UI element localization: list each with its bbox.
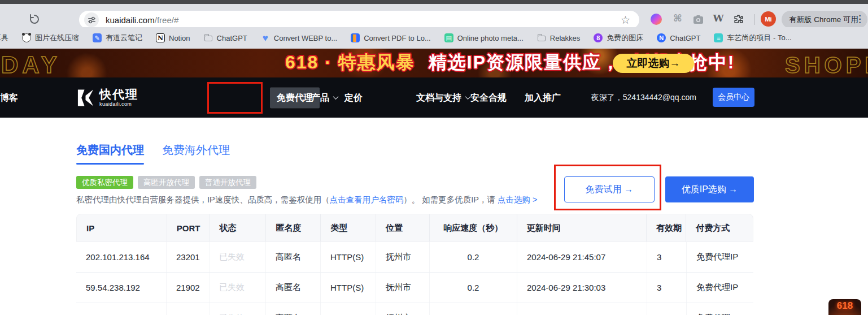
promo-banner[interactable]: DAY 618 · 特惠风暴 精选IP资源限量供应， 4折 起疯抢中! 立即选购… [0, 49, 868, 77]
wikipedia-extension-icon[interactable]: W [713, 12, 724, 24]
bookmark-item[interactable]: N ChatGPT [657, 33, 700, 42]
text-link[interactable]: 点击选购 > [498, 195, 538, 204]
bookmark-item[interactable]: 工具 [0, 33, 8, 43]
nav-menu-item[interactable]: 文档与支持 [416, 92, 470, 103]
table-cell: 59.54.238.192 [76, 273, 167, 303]
table-cell: 23201 [167, 242, 210, 272]
screenshot-extension-icon[interactable] [692, 14, 704, 25]
site-navbar: 快代理 kuaidaili.com 免费代理产品定价文档与支持安全合规加入推广博… [0, 77, 868, 118]
image-host-icon: 8 [594, 33, 603, 42]
table-cell: 3 [647, 303, 687, 315]
folder-icon [204, 33, 213, 42]
folder-icon [537, 33, 546, 42]
table-cell: 已失效 [210, 303, 266, 315]
bookmark-item[interactable]: 图片在线压缩 [22, 33, 79, 43]
table-cell: 0.3 [430, 303, 517, 315]
bookmark-item[interactable]: 8 免费的图床 [594, 33, 643, 43]
bookmark-item[interactable]: Relakkes [537, 33, 580, 42]
bookmark-item[interactable]: ≡ 车艺尚的项目 - To... [714, 33, 791, 43]
table-cell: 免费代理IP [687, 242, 753, 272]
profile-avatar[interactable]: Mi [761, 11, 776, 27]
table-cell: 202.101.213.164 [76, 242, 167, 272]
floating-badge-label: 618 [837, 300, 853, 315]
nav-menu-item[interactable]: 产品 [311, 92, 338, 103]
url-text: kuaidaili.com/free/# [106, 15, 178, 25]
extensions-puzzle-icon[interactable] [732, 14, 744, 25]
table-cell: 抚州市 [376, 242, 430, 272]
ai-extension-icon[interactable] [651, 14, 662, 25]
panda-icon [22, 33, 31, 42]
free-trial-button[interactable]: 免费试用 → [564, 176, 655, 202]
description-text: 私密代理由快代理自营服务器提供，IP速度快、品质高，需鉴权使用（ [76, 195, 330, 204]
bookmark-label: Convert PDF to Lo... [364, 34, 431, 42]
url-bar[interactable]: kuaidaili.com/free/# ☆ [79, 11, 639, 29]
bookmark-item[interactable]: ▋ Convert PDF to Lo... [351, 33, 431, 42]
chatgpt-icon: N [657, 33, 666, 42]
table-body: 202.101.213.16423201已失效高匿名HTTP(S)抚州市0.22… [76, 242, 753, 315]
kuaidaili-logo-icon [76, 88, 95, 108]
table-row: 59.54.238.19221902已失效高匿名HTTP(S)抚州市0.2202… [76, 273, 753, 303]
bookmark-label: 车艺尚的项目 - To... [727, 33, 791, 43]
table-cell: 已失效 [210, 273, 266, 303]
column-header: IP [77, 214, 167, 241]
main-content: 免费国内代理免费海外代理 优质私密代理高匿开放代理普通开放代理 私密代理由快代理… [0, 118, 868, 315]
proxy-type-badge[interactable]: 优质私密代理 [76, 176, 133, 189]
column-header: 类型 [321, 214, 376, 241]
bookmark-label: 工具 [0, 33, 8, 43]
table-cell: 抚州市 [376, 303, 430, 315]
banner-cta-button[interactable]: 立即选购→ [613, 54, 694, 73]
banner-headline-white: 精选IP资源限量供应， [429, 50, 621, 75]
table-cell: 3 [647, 242, 687, 272]
table-cell: 2024-06-29 21:30:03 [517, 273, 647, 303]
nav-menu-item[interactable]: 定价 [344, 92, 363, 103]
bookmark-item[interactable]: ♥ Convert WEBP to... [261, 33, 337, 42]
banner-left-outline-text: DAY [1, 51, 61, 77]
site-settings-icon[interactable] [84, 12, 99, 27]
command-extension-icon[interactable]: ⌘ [672, 12, 683, 24]
bookmark-item[interactable]: ✎ 有道云笔记 [93, 33, 142, 43]
floating-618-badge[interactable]: 618 [828, 299, 861, 315]
column-header: 有效期 [647, 214, 686, 241]
bookmark-item[interactable]: ChatGPT [204, 33, 247, 42]
table-cell: 0.2 [430, 273, 517, 303]
table-cell: 115.223.31.120 [76, 303, 167, 315]
table-cell: HTTP(S) [321, 273, 376, 303]
bookmarks-bar: 工具 图片在线压缩 ✎ 有道云笔记 N Notion ChatGPT ♥ Con… [0, 27, 868, 49]
menu-dots-icon[interactable]: ⋮ [855, 13, 865, 25]
project-icon: ≡ [714, 33, 723, 42]
member-center-button[interactable]: 会员中心 [713, 88, 754, 107]
logo-title: 快代理 [99, 88, 138, 100]
bookmark-star-icon[interactable]: ☆ [621, 14, 630, 27]
proxy-type-badges: 优质私密代理高匿开放代理普通开放代理 [76, 176, 256, 189]
column-header: 位置 [376, 214, 430, 241]
table-cell: 21263 [167, 303, 210, 315]
bookmark-label: 免费的图床 [607, 33, 643, 43]
reload-button[interactable] [28, 13, 41, 25]
proxy-type-badge[interactable]: 高匿开放代理 [138, 176, 195, 189]
text-link[interactable]: 点击查看用户名密码 [330, 195, 404, 204]
bookmark-label: Convert WEBP to... [274, 34, 337, 42]
proxy-tab[interactable]: 免费国内代理 [76, 143, 144, 158]
table-cell: 免费代理IP [687, 303, 753, 315]
nav-menu-item[interactable]: 安全合规 [470, 92, 507, 103]
bookmark-item[interactable]: ▤ Online photo meta... [444, 33, 524, 42]
notion-icon: N [156, 33, 165, 42]
url-host: kuaidaili.com [106, 15, 155, 25]
buy-premium-ip-button[interactable]: 优质IP选购 → [665, 176, 754, 202]
bookmark-label: Relakkes [550, 34, 580, 42]
browser-tab-strip [0, 0, 868, 4]
proxy-type-badge[interactable]: 普通开放代理 [199, 176, 256, 189]
nav-menu-item[interactable]: 博客 [0, 92, 18, 103]
bookmark-item[interactable]: N Notion [156, 33, 190, 42]
table-cell: 高匿名 [266, 242, 321, 272]
nav-menu-item[interactable]: 加入推广 [525, 92, 561, 103]
bookmark-label: Notion [169, 34, 190, 42]
youdao-note-icon: ✎ [93, 33, 102, 42]
user-greeting: 夜深了，524134442@qq.com [591, 93, 696, 103]
site-logo[interactable]: 快代理 kuaidaili.com [76, 88, 138, 108]
table-cell: HTTP(S) [321, 242, 376, 272]
proxy-table: IPPORT状态匿名度类型位置响应速度（秒）更新时间有效期付费方式 202.10… [76, 214, 753, 315]
proxy-tab[interactable]: 免费海外代理 [162, 143, 230, 158]
chrome-update-pill[interactable]: 有新版 Chrome 可用 ⋮ [782, 11, 867, 28]
chrome-update-label: 有新版 Chrome 可用 [789, 15, 858, 25]
